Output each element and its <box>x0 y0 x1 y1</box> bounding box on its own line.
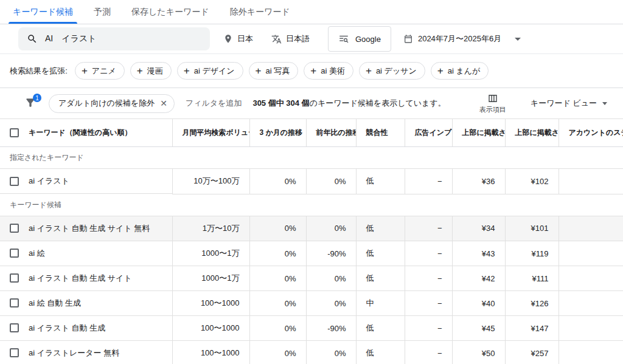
search-network-icon <box>338 33 349 44</box>
expand-chip[interactable]: +ai 美術 <box>304 62 353 80</box>
search-input[interactable]: AI イラスト <box>18 27 210 50</box>
account-status-cell <box>559 169 623 194</box>
translate-icon <box>271 34 282 44</box>
expand-chip-label: 漫画 <box>147 66 163 77</box>
header-top-bid-low: 上部に掲載され <box>452 119 505 147</box>
view-label: キーワード ビュー <box>531 98 597 109</box>
account-status-cell <box>559 316 623 341</box>
plus-icon: + <box>256 66 262 76</box>
keyword-cell: ai イラスト 自動 生成 サイト 無料 <box>0 216 172 241</box>
filter-count-badge: 1 <box>33 94 41 102</box>
top-bid-high-cell: ¥257 <box>505 341 559 364</box>
volume-cell: 10万〜100万 <box>172 169 249 194</box>
top-bid-low-cell: ¥45 <box>452 316 505 341</box>
keyword-text: ai イラスト 自動 生成 <box>29 323 105 334</box>
language-selector[interactable]: 日本語 <box>266 33 315 44</box>
row-checkbox[interactable] <box>10 273 19 283</box>
keyword-text: ai 絵 自動 生成 <box>29 298 81 309</box>
keyword-text: ai イラスト 自動 生成 サイト <box>29 273 132 284</box>
account-status-cell <box>559 216 623 241</box>
expand-chip[interactable]: +ai まんが <box>431 62 489 80</box>
row-checkbox[interactable] <box>10 224 19 233</box>
volume-cell: 1000〜1万 <box>172 266 249 291</box>
header-account-status: アカウントのステータ <box>559 119 623 147</box>
network-label: Google <box>355 35 381 44</box>
active-filter-chip[interactable]: アダルト向けの候補を除外 ✕ <box>49 94 175 113</box>
header-competition: 競合性 <box>356 119 405 147</box>
yoy-cell: 0% <box>306 291 356 316</box>
location-selector[interactable]: 日本 <box>218 33 258 44</box>
impressions-cell: − <box>405 341 452 364</box>
chevron-down-icon <box>515 38 521 41</box>
columns-icon <box>487 93 498 104</box>
close-icon[interactable]: ✕ <box>160 99 167 108</box>
account-status-cell <box>559 266 623 291</box>
top-bid-low-cell: ¥50 <box>452 341 505 364</box>
top-bid-high-cell: ¥119 <box>505 241 559 266</box>
expand-chip[interactable]: +ai デザイン <box>177 62 243 80</box>
date-range-selector[interactable]: 2024年7月〜2025年6月 <box>403 33 521 44</box>
search-icon <box>27 33 38 44</box>
keyword-text: ai イラスト 自動 生成 サイト 無料 <box>29 223 150 234</box>
top-bid-high-cell: ¥102 <box>505 169 559 194</box>
row-checkbox[interactable] <box>10 177 19 186</box>
filter-button[interactable]: 1 <box>24 97 38 110</box>
three-month-cell: 0% <box>249 241 306 266</box>
three-month-cell: 0% <box>249 316 306 341</box>
columns-button[interactable]: 表示項目 <box>476 92 510 115</box>
impressions-cell: − <box>405 316 452 341</box>
add-filter-button[interactable]: フィルタを追加 <box>186 98 242 109</box>
keyword-row: ai 絵 自動 生成100〜10000%0%中−¥40¥126 <box>0 291 623 316</box>
row-checkbox[interactable] <box>10 298 19 307</box>
expand-label: 検索結果を拡張: <box>10 66 68 77</box>
expand-chip[interactable]: +ai 写真 <box>249 62 299 80</box>
keyword-row: ai イラスト 自動 生成100〜10000%-90%低−¥45¥147 <box>0 316 623 341</box>
yoy-cell: 0% <box>306 169 356 194</box>
search-query: AI イラスト <box>45 33 97 44</box>
volume-cell: 100〜1000 <box>172 341 249 364</box>
tab-saved-keywords[interactable]: 保存したキーワード <box>121 0 220 24</box>
chevron-down-icon <box>602 102 607 105</box>
expand-chip[interactable]: +漫画 <box>130 62 172 80</box>
network-selector[interactable]: Google <box>328 26 391 52</box>
competition-cell: 低 <box>356 241 405 266</box>
top-bid-high-cell: ¥111 <box>505 266 559 291</box>
account-status-cell <box>559 341 623 364</box>
header-three-month: 3 か月の推移 <box>249 119 306 147</box>
results-count: 305 個中 304 個 <box>252 98 309 108</box>
plus-icon: + <box>82 66 88 76</box>
keyword-row: ai イラスト10万〜100万0%0%低−¥36¥102 <box>0 169 623 194</box>
select-all-checkbox[interactable] <box>10 128 19 137</box>
tab-forecast[interactable]: 予測 <box>83 0 121 24</box>
keyword-row: ai イラスト 自動 生成 サイト 無料1万〜10万0%0%低−¥34¥101 <box>0 216 623 241</box>
keyword-planner-page: キーワード候補 予測 保存したキーワード 除外キーワード AI イラスト 日本 … <box>0 0 623 364</box>
expand-chip-label: ai まんが <box>448 66 481 77</box>
section-title: 指定されたキーワード <box>0 147 623 169</box>
table-tools: 表示項目 キーワード ビュー <box>476 92 611 115</box>
expand-chip[interactable]: +アニメ <box>75 62 125 80</box>
view-selector[interactable]: キーワード ビュー <box>527 97 611 109</box>
top-bid-low-cell: ¥42 <box>452 266 505 291</box>
table-header-row: キーワード（関連性の高い順） 月間平均検索ボリューム 3 か月の推移 前年比の推… <box>0 119 623 147</box>
keyword-cell: ai イラスト 自動 生成 <box>0 316 172 341</box>
row-checkbox[interactable] <box>10 323 19 332</box>
top-bid-high-cell: ¥126 <box>505 291 559 316</box>
plus-icon: + <box>137 66 143 76</box>
plus-icon: + <box>310 66 316 76</box>
volume-cell: 100〜1000 <box>172 316 249 341</box>
row-checkbox[interactable] <box>10 348 19 357</box>
tab-bar: キーワード候補 予測 保存したキーワード 除外キーワード <box>0 0 623 24</box>
search-settings-row: AI イラスト 日本 日本語 Google 2024年7月〜2025年6月 <box>0 24 623 53</box>
top-bid-low-cell: ¥43 <box>452 241 505 266</box>
top-bid-low-cell: ¥34 <box>452 216 505 241</box>
row-checkbox[interactable] <box>10 249 19 258</box>
active-filter-label: アダルト向けの候補を除外 <box>58 98 155 109</box>
keyword-cell: ai 絵 自動 生成 <box>0 291 172 316</box>
language-label: 日本語 <box>286 33 310 44</box>
header-keyword: キーワード（関連性の高い順） <box>29 128 131 138</box>
tab-keyword-ideas[interactable]: キーワード候補 <box>2 0 83 24</box>
tab-negative-keywords[interactable]: 除外キーワード <box>220 0 301 24</box>
expand-chip-label: ai デッサン <box>376 66 417 77</box>
expand-chip-label: アニメ <box>92 66 116 77</box>
expand-chip[interactable]: +ai デッサン <box>359 62 425 80</box>
